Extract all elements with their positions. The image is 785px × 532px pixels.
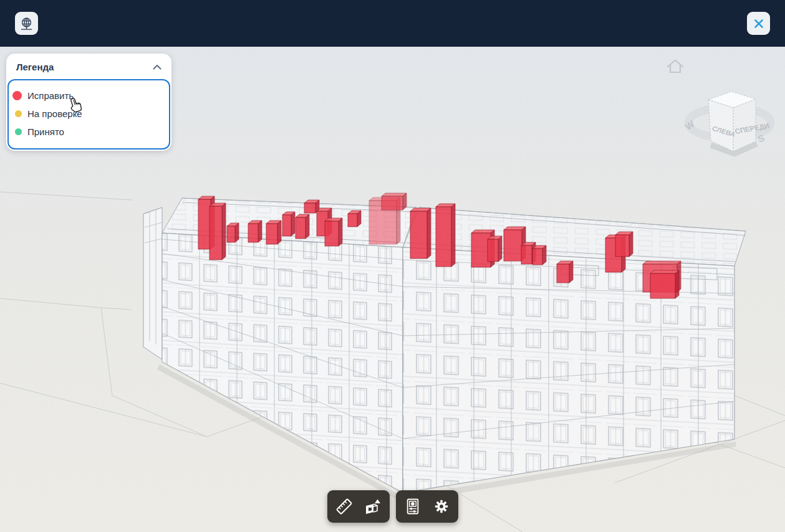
legend-items-box: Исправить На проверке Принято bbox=[7, 79, 170, 150]
viewer-toolbar bbox=[327, 490, 458, 523]
chevron-up-icon bbox=[153, 64, 161, 70]
legend-panel: Легенда Исправить На проверке Принято bbox=[6, 54, 171, 151]
legend-item-fix[interactable]: Исправить bbox=[14, 87, 161, 105]
status-dot-accepted bbox=[15, 128, 22, 135]
legend-item-label: Принято bbox=[27, 126, 64, 137]
properties-panel-icon bbox=[406, 498, 420, 515]
nav-cube[interactable]: W S СЛЕВА СПЕРЕДИ bbox=[683, 92, 771, 154]
gear-icon bbox=[433, 498, 450, 515]
close-x-icon bbox=[754, 19, 764, 29]
home-icon bbox=[668, 60, 683, 73]
legend-header-toggle[interactable]: Легенда bbox=[6, 54, 171, 79]
tools-group-model bbox=[327, 490, 390, 523]
status-dot-fix bbox=[12, 91, 22, 100]
tools-group-settings bbox=[396, 490, 458, 523]
legend-item-accepted[interactable]: Принято bbox=[14, 123, 161, 141]
ruler-icon bbox=[335, 498, 353, 515]
globe-button[interactable] bbox=[15, 12, 38, 35]
top-bar bbox=[0, 0, 785, 47]
legend-item-inreview[interactable]: На проверке bbox=[14, 105, 161, 123]
status-dot-inreview bbox=[15, 110, 22, 117]
home-button[interactable] bbox=[668, 60, 683, 73]
measure-button[interactable] bbox=[330, 493, 359, 520]
legend-item-label: Исправить bbox=[27, 90, 74, 101]
legend-title: Легенда bbox=[16, 62, 54, 72]
section-box-icon bbox=[364, 498, 382, 515]
settings-button[interactable] bbox=[427, 493, 456, 520]
properties-panel-button[interactable] bbox=[398, 493, 427, 520]
legend-item-label: На проверке bbox=[27, 108, 82, 119]
close-button[interactable] bbox=[747, 12, 770, 35]
section-box-button[interactable] bbox=[359, 493, 387, 520]
globe-network-icon bbox=[19, 16, 34, 32]
